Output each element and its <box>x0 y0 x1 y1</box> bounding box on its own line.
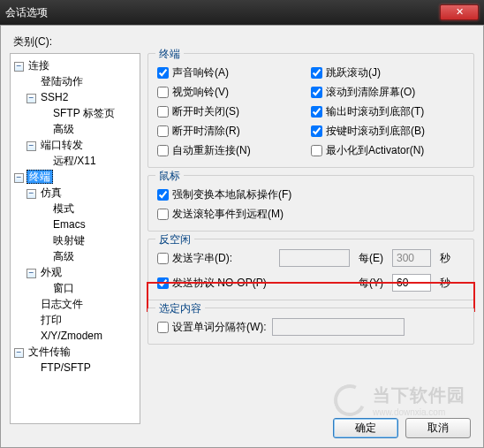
tree-node-appearance[interactable]: 外观 <box>39 266 64 278</box>
tree-node-port-forward[interactable]: 端口转发 <box>39 139 85 151</box>
label-every-e: 每(E) <box>359 251 383 266</box>
group-mouse-legend: 鼠标 <box>155 169 184 184</box>
checkbox-jump-scroll[interactable]: 跳跃滚动(J) <box>311 63 465 82</box>
tree-toggle-icon[interactable]: − <box>26 189 36 199</box>
noop-interval-input[interactable] <box>392 274 431 292</box>
tree-node-terminal[interactable]: 终端 <box>26 170 53 184</box>
category-tree[interactable]: −连接 登陆动作 −SSH2 SFTP 标签页 高级 −端口转发 远程/X11 <box>10 53 140 424</box>
close-icon: ✕ <box>456 6 464 17</box>
word-delim-input[interactable] <box>272 318 405 336</box>
group-selection: 选定内容 设置单词分隔符(W): <box>147 308 474 345</box>
tree-node-xy-zmodem[interactable]: X/Y/Zmodem <box>39 330 104 342</box>
checkbox-minimize-activator[interactable]: 最小化到Activator(N) <box>311 140 465 160</box>
label-seconds: 秒 <box>440 251 450 266</box>
group-terminal-legend: 终端 <box>155 47 184 62</box>
tree-node-remote-x11[interactable]: 远程/X11 <box>51 155 98 167</box>
tree-node-file-transfer[interactable]: 文件传输 <box>26 345 72 358</box>
tree-toggle-icon[interactable]: − <box>26 269 36 278</box>
checkbox-close-on-disconnect[interactable]: 断开时关闭(S) <box>157 102 311 121</box>
label-seconds: 秒 <box>440 276 450 291</box>
string-interval-input[interactable] <box>392 249 431 267</box>
tree-toggle-icon[interactable]: − <box>14 173 24 183</box>
label-every-y: 每(Y) <box>359 276 383 291</box>
checkbox-sound-bell[interactable]: 声音响铃(A) <box>157 63 311 82</box>
category-label: 类别(C): <box>13 34 474 49</box>
close-button[interactable]: ✕ <box>440 4 479 20</box>
send-string-input[interactable] <box>279 249 350 267</box>
tree-node-login-action[interactable]: 登陆动作 <box>39 75 85 87</box>
tree-node-keymap[interactable]: 映射键 <box>51 234 87 247</box>
group-mouse: 鼠标 强制变换本地鼠标操作(F) 发送滚轮事件到远程(M) <box>147 175 474 232</box>
tree-node-window[interactable]: 窗口 <box>51 282 76 294</box>
tree-node-logfile[interactable]: 日志文件 <box>39 298 85 310</box>
checkbox-scroll-bottom-keypress[interactable]: 按键时滚动到底部(B) <box>311 121 465 140</box>
tree-node-sftp-tab[interactable]: SFTP 标签页 <box>51 107 117 119</box>
tree-node-printing[interactable]: 打印 <box>39 314 64 326</box>
tree-toggle-icon[interactable]: − <box>26 141 36 151</box>
tree-node-ssh2-advanced[interactable]: 高级 <box>51 123 76 135</box>
checkbox-scroll-bottom-output[interactable]: 输出时滚动到底部(T) <box>311 102 465 121</box>
checkbox-send-string[interactable]: 发送字串(D): <box>157 248 274 268</box>
tree-node-emulation[interactable]: 仿真 <box>39 186 64 199</box>
tree-node-ssh2[interactable]: SSH2 <box>39 91 70 103</box>
tree-toggle-icon[interactable]: − <box>26 94 36 103</box>
checkbox-send-noop[interactable]: 发送协议 NO-OP(P) <box>157 273 290 292</box>
group-anti-idle: 反空闲 发送字串(D): 每(E) 秒 发送协议 NO-OP(P) 每(Y) 秒 <box>147 239 474 300</box>
tree-node-emacs[interactable]: Emacs <box>51 218 87 231</box>
ok-button[interactable]: 确定 <box>333 418 398 438</box>
tree-toggle-icon[interactable]: − <box>14 348 24 358</box>
checkbox-word-delim[interactable]: 设置单词分隔符(W): <box>157 317 267 337</box>
checkbox-clear-on-scroll[interactable]: 滚动到清除屏幕(O) <box>311 82 465 102</box>
tree-node-advanced[interactable]: 高级 <box>51 250 76 262</box>
checkbox-visual-bell[interactable]: 视觉响铃(V) <box>157 82 311 102</box>
group-anti-idle-legend: 反空闲 <box>155 232 194 247</box>
checkbox-force-local-mouse[interactable]: 强制变换本地鼠标操作(F) <box>157 185 465 204</box>
tree-node-ftp-sftp[interactable]: FTP/SFTP <box>39 361 93 374</box>
tree-node-connection[interactable]: 连接 <box>26 59 51 72</box>
tree-node-mode[interactable]: 模式 <box>51 202 76 215</box>
window-title: 会话选项 <box>5 5 48 20</box>
checkbox-auto-reconnect[interactable]: 自动重新连接(N) <box>157 140 311 160</box>
cancel-button[interactable]: 取消 <box>405 418 471 438</box>
group-terminal: 终端 声音响铃(A) 视觉响铃(V) 断开时关闭(S) 断开时清除(R) 自动重… <box>147 53 474 168</box>
checkbox-send-wheel-remote[interactable]: 发送滚轮事件到远程(M) <box>157 204 465 224</box>
tree-toggle-icon[interactable]: − <box>14 62 24 72</box>
checkbox-clear-on-disconnect[interactable]: 断开时清除(R) <box>157 121 311 140</box>
group-selection-legend: 选定内容 <box>155 301 205 316</box>
